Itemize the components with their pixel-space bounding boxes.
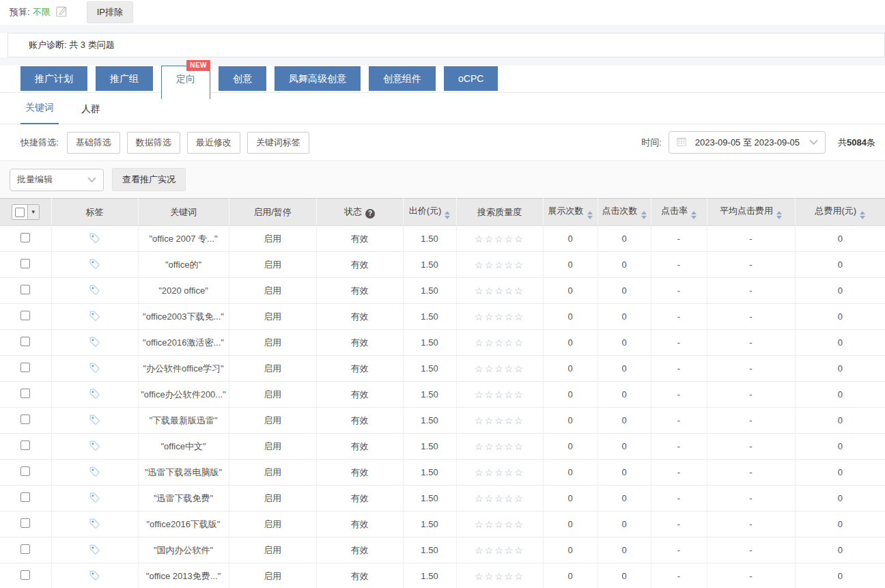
select-all-checkbox[interactable]: [15, 208, 25, 217]
table-row: "国内办公软件"启用有效1.50☆☆☆☆☆00--0: [0, 537, 885, 563]
keyword-cell: "下载最新版迅雷": [138, 408, 229, 434]
row-checkbox[interactable]: [20, 570, 30, 580]
row-checkbox[interactable]: [20, 233, 30, 242]
quality-cell: ☆☆☆☆☆: [456, 226, 543, 252]
tag-button[interactable]: [89, 284, 100, 298]
row-checkbox[interactable]: [20, 415, 30, 424]
tag-button[interactable]: [89, 388, 100, 402]
avg-click-cost-cell: -: [707, 356, 795, 382]
new-badge: NEW: [186, 60, 210, 71]
bid-cell: 1.50: [403, 330, 456, 356]
row-select-cell: [0, 537, 51, 563]
row-checkbox[interactable]: [20, 285, 30, 294]
row-select-cell: [0, 382, 51, 408]
select-dropdown-button[interactable]: ▼: [27, 205, 39, 219]
subtab-人群[interactable]: 人群: [76, 103, 105, 124]
total-cost-cell: 0: [795, 512, 885, 537]
batch-edit-select[interactable]: 批量编辑: [10, 169, 104, 191]
tab-凤舞高级创意[interactable]: 凤舞高级创意: [275, 66, 361, 91]
bid-cell: 1.50: [403, 460, 456, 486]
column-header-展示次数[interactable]: 展示次数: [543, 199, 598, 226]
tab-推广组[interactable]: 推广组: [96, 66, 153, 91]
tag-button[interactable]: [89, 232, 100, 246]
tab-label: 推广组: [110, 73, 139, 84]
help-icon[interactable]: ?: [365, 209, 375, 219]
table-row: "2020 office"启用有效1.50☆☆☆☆☆00--0: [0, 278, 885, 304]
edit-budget-button[interactable]: [56, 5, 68, 19]
clicks-cell: 0: [598, 460, 651, 486]
tag-button[interactable]: [89, 414, 100, 428]
tag-button[interactable]: [89, 362, 100, 376]
row-checkbox[interactable]: [20, 259, 30, 268]
tag-button[interactable]: [89, 518, 100, 531]
tag-button[interactable]: [89, 258, 100, 272]
total-cost-cell: 0: [795, 537, 885, 563]
tab-创意[interactable]: 创意: [219, 66, 266, 91]
enabled-cell: 启用: [229, 460, 316, 486]
column-header-点击次数[interactable]: 点击次数: [598, 199, 651, 226]
subtab-关键词[interactable]: 关键词: [20, 102, 59, 124]
row-checkbox[interactable]: [20, 311, 30, 320]
avg-click-cost-cell: -: [707, 460, 795, 486]
column-header-点击率[interactable]: 点击率: [651, 199, 707, 226]
sort-icon[interactable]: [587, 211, 593, 219]
row-checkbox[interactable]: [20, 518, 30, 528]
tab-oCPC[interactable]: oCPC: [444, 66, 498, 91]
column-header-总费用(元)[interactable]: 总费用(元): [795, 199, 885, 226]
filter-button-最近修改[interactable]: 最近修改: [187, 132, 240, 154]
column-header-平均点击费用[interactable]: 平均点击费用: [707, 199, 795, 226]
account-diagnosis-box[interactable]: 账户诊断: 共 3 类问题: [8, 33, 885, 57]
bid-cell: 1.50: [403, 356, 456, 382]
row-checkbox[interactable]: [20, 466, 30, 476]
status-cell: 有效: [316, 330, 403, 356]
impressions-cell: 0: [543, 563, 598, 588]
status-cell: 有效: [316, 460, 403, 486]
sort-icon[interactable]: [641, 211, 647, 219]
tag-icon: [89, 310, 100, 324]
row-checkbox[interactable]: [20, 389, 30, 398]
view-live-button[interactable]: 查看推广实况: [112, 168, 186, 191]
tag-button[interactable]: [89, 440, 100, 453]
sort-icon[interactable]: [445, 211, 450, 219]
tag-button[interactable]: [89, 544, 100, 557]
column-header-标签: 标签: [51, 199, 138, 226]
row-checkbox[interactable]: [20, 363, 30, 372]
ip-exclude-button[interactable]: IP排除: [87, 1, 133, 23]
tab-定向[interactable]: 定向NEW: [161, 66, 210, 99]
tag-button[interactable]: [89, 336, 100, 350]
clicks-cell: 0: [598, 486, 651, 512]
tab-创意组件[interactable]: 创意组件: [369, 66, 436, 91]
status-cell: 有效: [316, 226, 403, 252]
tag-button[interactable]: [89, 492, 100, 505]
row-select-cell: [0, 486, 51, 512]
column-header-出价(元)[interactable]: 出价(元): [403, 199, 456, 226]
sort-icon[interactable]: [776, 211, 782, 219]
row-select-cell: [0, 278, 51, 304]
filter-button-基础筛选[interactable]: 基础筛选: [67, 132, 120, 154]
total-cost-cell: 0: [795, 356, 885, 382]
row-checkbox[interactable]: [20, 440, 30, 450]
bid-cell: 1.50: [403, 252, 456, 278]
row-select-cell: [0, 408, 51, 434]
row-select-cell: [0, 252, 51, 278]
tag-icon: [89, 414, 100, 428]
filter-button-关键词标签[interactable]: 关键词标签: [247, 132, 309, 154]
sort-icon[interactable]: [691, 211, 697, 219]
tag-icon: [89, 544, 100, 557]
row-checkbox[interactable]: [20, 492, 30, 502]
row-checkbox[interactable]: [20, 544, 30, 554]
column-label: 展示次数: [548, 206, 584, 216]
filter-button-数据筛选[interactable]: 数据筛选: [127, 132, 180, 154]
tag-icon: [89, 258, 100, 272]
keyword-cell: "办公软件office学习": [138, 356, 229, 382]
tag-button[interactable]: [89, 466, 100, 479]
sub-tabs: 关键词人群: [0, 93, 885, 124]
sort-icon[interactable]: [860, 211, 865, 219]
date-range-picker[interactable]: 2023-09-05 至 2023-09-05: [669, 131, 826, 154]
tag-button[interactable]: [89, 310, 100, 324]
tag-button[interactable]: [89, 570, 100, 583]
row-checkbox[interactable]: [20, 337, 30, 346]
tab-推广计划[interactable]: 推广计划: [20, 66, 87, 91]
quality-cell: ☆☆☆☆☆: [456, 252, 543, 278]
table-row: "office2016激活密..."启用有效1.50☆☆☆☆☆00--0: [0, 330, 885, 356]
